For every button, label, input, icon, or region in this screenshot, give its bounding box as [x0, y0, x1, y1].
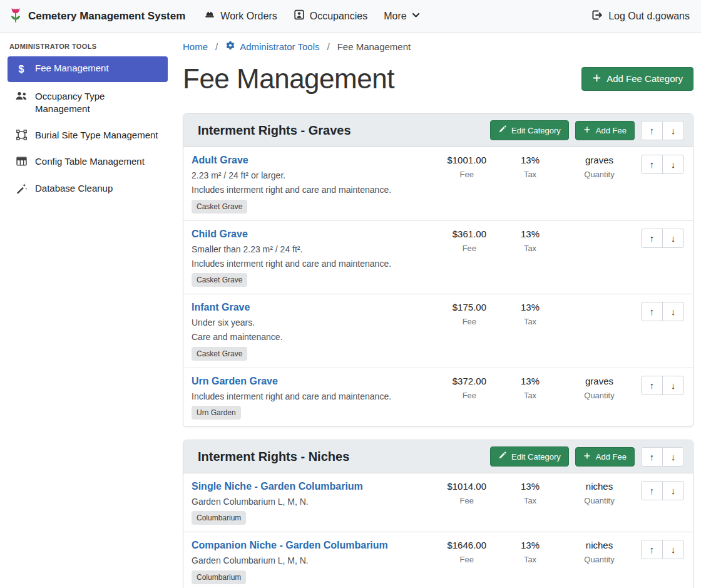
breadcrumb-admin-tools-link[interactable]: Administrator Tools — [225, 41, 319, 53]
fee-amount-column: $361.00 Fee — [433, 229, 502, 253]
add-fee-button[interactable]: Add Fee — [575, 121, 635, 140]
move-category-down-button[interactable]: ↓ — [662, 447, 684, 467]
add-fee-button[interactable]: Add Fee — [575, 447, 635, 467]
move-fee-up-button[interactable]: ↑ — [641, 540, 663, 559]
nav-item-more[interactable]: More — [384, 11, 419, 22]
vector-square-icon — [15, 130, 28, 140]
tulip-logo-icon — [9, 6, 23, 26]
pencil-icon — [498, 125, 506, 135]
move-fee-down-button[interactable]: ↓ — [662, 481, 684, 500]
add-fee-category-button[interactable]: Add Fee Category — [581, 67, 693, 91]
fee-quantity: graves — [585, 376, 613, 386]
category-reorder-controls: ↑ ↓ — [641, 121, 684, 140]
move-fee-down-button[interactable]: ↓ — [662, 229, 684, 248]
fee-tax: 13% — [521, 229, 540, 239]
arrow-down-icon: ↓ — [671, 125, 676, 136]
move-category-down-button[interactable]: ↓ — [662, 121, 684, 140]
sidebar-item-config-table-management[interactable]: Config Table Management — [8, 150, 168, 173]
fee-tax-label: Tax — [524, 555, 536, 564]
fee-row: Infant Grave Under six years.Care and ma… — [183, 294, 693, 368]
sidebar-item-label: Burial Site Type Management — [35, 129, 158, 142]
breadcrumb-separator: / — [215, 41, 218, 52]
fee-row: Companion Niche - Garden Columbarium Gar… — [183, 532, 693, 588]
category-list: Interment Rights - Graves Edit Category — [183, 113, 693, 588]
category-body: Adult Grave 2.23 m² / 24 ft² or larger.I… — [183, 147, 693, 426]
fee-quantity-column: niches Quantity — [558, 481, 640, 505]
fee-description: Under six years. — [192, 316, 428, 329]
edit-category-label: Edit Category — [511, 126, 561, 135]
arrow-up-icon: ↑ — [650, 125, 655, 136]
fee-amount-label: Fee — [463, 317, 476, 326]
fee-amount: $372.00 — [453, 376, 486, 386]
fee-tax-column: 13% Tax — [502, 229, 558, 253]
fee-amount: $1646.00 — [447, 540, 486, 550]
move-category-up-button[interactable]: ↑ — [641, 447, 663, 467]
fee-amount-column: $175.00 Fee — [433, 302, 502, 326]
fee-descriptions: Under six years.Care and maintenance. — [192, 316, 428, 344]
fee-tax: 13% — [521, 376, 540, 386]
fee-amount-label: Fee — [460, 496, 474, 505]
fee-name-link[interactable]: Urn Garden Grave — [192, 376, 278, 387]
fee-name-link[interactable]: Single Niche - Garden Columbarium — [192, 481, 363, 492]
fee-name-link[interactable]: Infant Grave — [192, 302, 250, 313]
sidebar-item-fee-management[interactable]: $ Fee Management — [8, 56, 168, 82]
fee-tax-label: Tax — [524, 170, 536, 179]
fee-row: Adult Grave 2.23 m² / 24 ft² or larger.I… — [183, 147, 693, 221]
fee-description: Smaller than 2.23 m² / 24 ft². — [192, 243, 428, 255]
edit-category-button[interactable]: Edit Category — [490, 446, 569, 467]
fee-tax: 13% — [521, 155, 540, 165]
move-fee-up-button[interactable]: ↑ — [641, 302, 663, 321]
move-fee-down-button[interactable]: ↓ — [662, 376, 684, 395]
logout-button[interactable]: Log Out d.gowans — [591, 9, 692, 23]
fee-amount-column: $1001.00 Fee — [433, 155, 502, 179]
fee-info: Urn Garden Grave Includes interment righ… — [192, 376, 433, 420]
arrow-down-icon: ↓ — [671, 306, 676, 317]
arrow-up-icon: ↑ — [650, 306, 655, 317]
move-fee-up-button[interactable]: ↑ — [641, 155, 663, 174]
move-fee-up-button[interactable]: ↑ — [641, 376, 663, 395]
fee-amount-label: Fee — [460, 555, 474, 564]
fee-reorder-controls: ↑ ↓ — [640, 229, 684, 248]
fee-description: Includes interment right and care and ma… — [192, 390, 428, 403]
fee-amount: $175.00 — [453, 302, 486, 312]
fee-amount-column: $372.00 Fee — [433, 376, 502, 400]
fee-description: Garden Columbarium L, M, N. — [192, 495, 428, 508]
fee-category-card: Interment Rights - Graves Edit Category — [183, 113, 693, 427]
fee-amount-label: Fee — [463, 244, 476, 253]
breadcrumb-home-link[interactable]: Home — [183, 41, 208, 52]
move-fee-down-button[interactable]: ↓ — [662, 302, 684, 321]
move-fee-up-button[interactable]: ↑ — [641, 229, 663, 248]
fee-name-link[interactable]: Child Grave — [192, 229, 248, 240]
sidebar: ADMINISTRATOR TOOLS $ Fee Management Occ… — [0, 33, 175, 588]
move-fee-up-button[interactable]: ↑ — [641, 481, 663, 500]
fee-name-link[interactable]: Adult Grave — [192, 155, 248, 166]
fee-tax: 13% — [521, 540, 540, 550]
sidebar-item-burial-site-type-management[interactable]: Burial Site Type Management — [8, 123, 168, 147]
fee-descriptions: Garden Columbarium L, M, N. — [192, 554, 428, 567]
move-fee-down-button[interactable]: ↓ — [662, 155, 684, 174]
move-category-up-button[interactable]: ↑ — [641, 121, 663, 140]
add-fee-label: Add Fee — [596, 452, 627, 462]
arrow-up-icon: ↑ — [650, 380, 655, 391]
fee-category-card: Interment Rights - Niches Edit Category — [183, 440, 693, 588]
sidebar-item-database-cleanup[interactable]: Database Cleanup — [8, 177, 168, 200]
sidebar-section-header: ADMINISTRATOR TOOLS — [9, 43, 168, 50]
fee-quantity-label: Quantity — [584, 391, 614, 400]
fee-info: Adult Grave 2.23 m² / 24 ft² or larger.I… — [192, 155, 433, 214]
category-controls: Edit Category Add Fee ↑ ↓ — [490, 120, 684, 140]
fee-tax-label: Tax — [524, 244, 536, 253]
fee-name-link[interactable]: Companion Niche - Garden Columbarium — [192, 540, 388, 551]
category-title: Interment Rights - Niches — [198, 450, 349, 464]
plus-icon — [592, 73, 601, 85]
breadcrumb: Home / Administrator Tools / Fee Managem… — [183, 41, 693, 53]
edit-category-button[interactable]: Edit Category — [490, 120, 569, 140]
nav-item-occupancies[interactable]: Occupancies — [294, 9, 368, 23]
fee-amount: $361.00 — [453, 229, 486, 239]
breadcrumb-separator: / — [327, 41, 329, 52]
sidebar-item-occupancy-type-management[interactable]: Occupancy Type Management — [8, 85, 168, 121]
page-title: Fee Management — [183, 61, 394, 96]
app-brand[interactable]: Cemetery Management System — [9, 6, 185, 26]
move-fee-down-button[interactable]: ↓ — [662, 540, 684, 559]
category-title: Interment Rights - Graves — [198, 123, 351, 138]
nav-item-work-orders[interactable]: Work Orders — [204, 9, 277, 23]
